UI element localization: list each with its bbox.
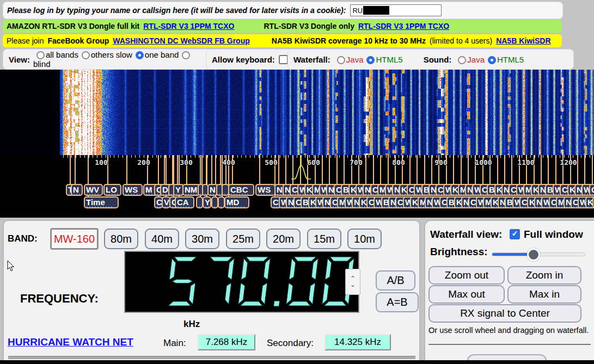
station-leader-line — [329, 155, 330, 185]
waterfall-mode-radio-java[interactable] — [337, 56, 345, 64]
station-leader-line — [365, 155, 366, 185]
station-leader-line — [461, 155, 462, 185]
view-radio-one-band[interactable] — [136, 51, 144, 59]
amazon-dongle-link[interactable]: RTL-SDR V3 1PPM TCXO — [358, 22, 449, 30]
station-label[interactable]: CBC — [228, 184, 254, 196]
scale-number: 700 — [350, 158, 362, 166]
a-equals-b-button[interactable]: A=B — [376, 292, 419, 312]
kiwisdr-coverage-label: NA5B KiwiSDR coverage 10 kHz to 30 MHz — [272, 36, 426, 45]
band-button-15m[interactable]: 15m — [307, 229, 341, 249]
station-leader-line — [201, 155, 203, 185]
scale-tick — [403, 155, 403, 158]
amazon-dongle-label: RTL-SDR V3 Dongle only — [264, 22, 354, 30]
scale-tick — [432, 155, 433, 158]
zoom-out-button[interactable]: Zoom out — [428, 266, 505, 285]
ab-swap-button[interactable]: A/B — [376, 270, 415, 291]
scale-tick — [411, 155, 412, 158]
band-button-10m[interactable]: 10m — [347, 229, 382, 249]
station-label[interactable]: WS — [123, 184, 143, 196]
full-window-checkbox[interactable]: ✓ — [510, 229, 520, 239]
facebook-banner: Please join FaceBook Group WASHINGTON DC… — [3, 34, 562, 47]
station-leader-line — [541, 155, 542, 185]
scale-tick — [330, 155, 331, 158]
station-leader-line — [388, 155, 389, 185]
station-leader-line — [344, 155, 345, 185]
scale-tick — [462, 155, 463, 158]
view-radio-all-bands[interactable] — [36, 51, 45, 59]
scale-tick — [483, 155, 484, 158]
amazon-kit-link[interactable]: RTL-SDR V3 1PPM TCXO — [143, 22, 234, 30]
scale-tick — [284, 155, 284, 158]
scale-tick — [538, 155, 539, 158]
station-label[interactable]: Y — [203, 196, 211, 208]
scale-tick — [280, 155, 280, 158]
scale-tick — [547, 155, 548, 158]
scale-tick — [195, 155, 195, 158]
waterfall-display[interactable]: TNWVLOWSMCDYNMNCBCWSNTimeCVCCAYMDCNCWKMW… — [0, 70, 594, 218]
station-leader-line — [373, 155, 374, 185]
callsign-input[interactable]: RU — [350, 4, 442, 16]
station-label[interactable]: LO — [103, 184, 121, 196]
station-label[interactable]: MD — [224, 196, 249, 208]
hwn-secondary-freq-button[interactable]: 14.325 kHz — [324, 334, 391, 350]
view-radio-label: blind — [33, 59, 51, 69]
allow-keyboard-label: Allow keyboard: — [212, 55, 275, 64]
scale-tick — [581, 155, 581, 158]
view-radio-others-slow[interactable] — [82, 51, 90, 59]
band-button-30m[interactable]: 30m — [185, 229, 219, 249]
scale-tick — [365, 155, 365, 158]
band-button-40m[interactable]: 40m — [145, 229, 179, 249]
scale-tick — [428, 155, 429, 158]
max-out-button[interactable]: Max out — [428, 285, 505, 304]
scale-tick — [339, 155, 340, 158]
band-button-mw-160[interactable]: MW-160 — [51, 229, 98, 249]
zoom-in-button[interactable]: Zoom in — [507, 266, 581, 285]
sound-mode-radio-html5[interactable] — [488, 56, 496, 64]
sound-mode-radio-java[interactable] — [458, 56, 466, 64]
scale-tick — [509, 155, 510, 158]
bottom-waterfall-edge — [0, 360, 594, 364]
facebook-group-link[interactable]: WASHINGTON DC WebSDR FB Group — [113, 36, 249, 45]
allow-keyboard-checkbox[interactable] — [279, 55, 288, 64]
scale-tick — [169, 155, 170, 158]
station-label[interactable]: C — [589, 184, 594, 196]
scale-number: 400 — [222, 158, 235, 166]
band-button-25m[interactable]: 25m — [226, 229, 260, 249]
scale-tick — [360, 155, 361, 158]
scale-tick — [543, 155, 543, 158]
scale-tick — [326, 155, 327, 158]
frequency-scale[interactable]: TNWVLOWSMCDYNMNCBCWSNTimeCVCCAYMDCNCWKMW… — [0, 155, 594, 218]
scale-tick — [101, 155, 102, 158]
scale-tick — [207, 155, 208, 158]
scale-tick — [407, 155, 408, 158]
kiwisdr-link[interactable]: NA5B KiwiSDR — [496, 36, 550, 45]
scale-tick — [229, 155, 229, 158]
station-label[interactable]: WV — [84, 184, 103, 196]
scale-tick — [556, 155, 556, 158]
frequency-spinner[interactable]: ⌃ ⌄ — [345, 269, 360, 295]
brightness-slider-thumb[interactable] — [527, 248, 540, 261]
sound-mode-radio-label: HTML5 — [497, 55, 524, 64]
brightness-label: Brightness: — [430, 246, 488, 258]
waterfall-mode-radio-html5[interactable] — [366, 56, 375, 64]
view-radio-blind[interactable] — [182, 51, 190, 59]
max-in-button[interactable]: Max in — [507, 285, 581, 304]
hwn-main-freq-button[interactable]: 7.268 kHz — [198, 334, 255, 350]
station-label[interactable]: Time — [84, 196, 119, 208]
hurricane-watch-net-link[interactable]: HURRICANE WATCH NET — [8, 336, 133, 348]
waterfall-view-label: Waterfall view: — [430, 229, 502, 240]
scale-tick — [68, 155, 68, 158]
station-label[interactable]: CA — [175, 196, 194, 208]
scale-tick — [275, 155, 276, 158]
station-label[interactable]: WS — [255, 184, 275, 196]
station-label[interactable]: N — [71, 184, 83, 196]
band-button-80m[interactable]: 80m — [104, 229, 138, 249]
check-icon: ✓ — [512, 229, 518, 238]
scale-tick — [93, 155, 93, 158]
scale-tick — [135, 155, 136, 158]
waterfall-spectrum[interactable] — [0, 70, 594, 155]
scale-tick — [199, 155, 199, 158]
spinner-down-icon[interactable]: ⌄ — [350, 282, 356, 288]
rx-signal-to-center-button[interactable]: RX signal to Center — [428, 304, 581, 323]
band-button-20m[interactable]: 20m — [266, 229, 301, 249]
